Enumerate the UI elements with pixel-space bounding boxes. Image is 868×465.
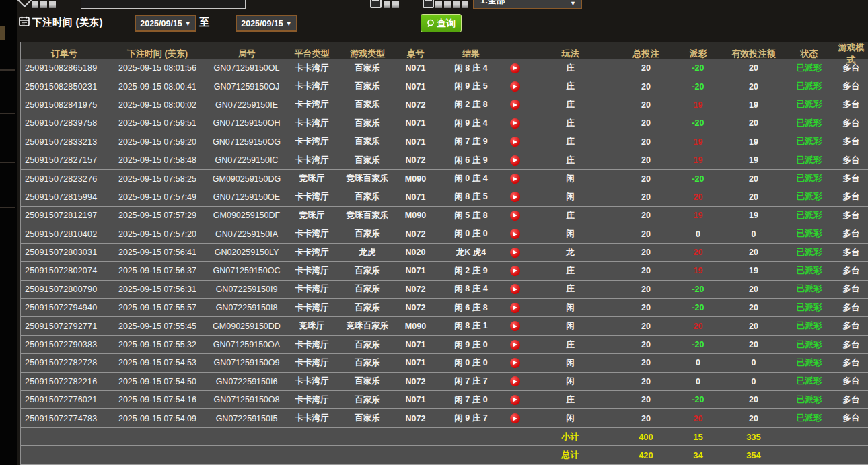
search-icon xyxy=(427,19,435,28)
cell-platform: 卡卡湾厅 xyxy=(286,228,338,240)
cell-play-type: 闲 xyxy=(521,357,619,369)
cell-replay xyxy=(508,155,521,166)
cell-total-bet: 20 xyxy=(619,63,673,73)
cell-valid-bet: 19 xyxy=(723,137,784,147)
cell-game-type: 百家乐 xyxy=(338,136,397,147)
play-icon[interactable] xyxy=(510,137,520,147)
play-icon[interactable] xyxy=(510,303,520,313)
cell-play-type: 庄 xyxy=(521,283,619,295)
play-icon[interactable] xyxy=(510,358,520,368)
play-icon[interactable] xyxy=(510,248,520,258)
cell-game-mode: 多台 xyxy=(834,63,868,74)
cell-game-mode: 多台 xyxy=(834,357,868,369)
cell-platform: 卡卡湾厅 xyxy=(286,265,338,277)
play-icon[interactable] xyxy=(510,211,520,221)
cell-game-type: 百家乐 xyxy=(338,81,397,92)
play-icon[interactable] xyxy=(510,229,520,239)
cell-total-bet: 20 xyxy=(619,137,673,147)
cell-status: 已派彩 xyxy=(784,155,834,166)
records-table-body: 2509150828651892025-09-15 08:01:56GN0712… xyxy=(21,59,868,465)
cell-round-no: GM090259150DD xyxy=(207,322,286,331)
play-icon[interactable] xyxy=(510,174,520,184)
cell-play-type: 闲 xyxy=(521,191,619,203)
chevron-down-icon: ▼ xyxy=(185,20,191,27)
cell-platform: 卡卡湾厅 xyxy=(286,339,338,351)
cell-bet-time: 2025-09-15 07:55:57 xyxy=(108,303,207,312)
cell-table-no: N072 xyxy=(397,414,434,423)
cell-total-bet: 20 xyxy=(619,100,673,110)
cell-game-mode: 多台 xyxy=(834,283,868,295)
cell-total-bet: 20 xyxy=(619,155,673,165)
cell-platform: 卡卡湾厅 xyxy=(286,63,338,74)
bet-time-filter-row: 下注时间 (美东) 2025/09/15 ▼ 至 2025/09/15 ▼ 查询 xyxy=(17,11,868,38)
cell-replay xyxy=(508,192,521,202)
cell-game-type: 百家乐 xyxy=(338,357,397,369)
cell-bet-time: 2025-09-15 07:57:20 xyxy=(108,229,207,239)
cell-game-type: 百家乐 xyxy=(338,283,397,295)
cell-bet-time: 2025-09-15 07:54:50 xyxy=(108,377,207,386)
table-row: 2509150828419752025-09-15 08:00:02GN0722… xyxy=(21,96,868,114)
date-to-select[interactable]: 2025/09/15 ▼ xyxy=(236,15,297,32)
cell-valid-bet: 19 xyxy=(723,266,784,275)
cell-valid-bet: 20 xyxy=(723,192,784,202)
cell-payout: 0 xyxy=(673,358,723,367)
cell-order-no: 250915082850231 xyxy=(21,82,108,92)
cell-play-type: 闲 xyxy=(521,228,619,240)
totals-total-bet: 400 xyxy=(619,432,673,442)
cell-play-type: 庄 xyxy=(521,63,619,74)
date-from-select[interactable]: 2025/09/15 ▼ xyxy=(135,15,196,32)
play-icon[interactable] xyxy=(510,340,520,350)
total-row: 总计42034354 xyxy=(21,446,868,464)
table-row: 2509150727949402025-09-15 07:55:57GN0722… xyxy=(21,299,868,317)
cell-bet-time: 2025-09-15 07:54:16 xyxy=(108,395,207,404)
cell-table-no: N071 xyxy=(397,192,434,202)
bet-time-label: 下注时间 (美东) xyxy=(32,16,103,29)
play-icon[interactable] xyxy=(510,284,520,294)
cell-round-no: GN071259150OE xyxy=(207,192,286,202)
cell-order-no: 250915072802074 xyxy=(21,266,108,275)
cell-platform: 卡卡湾厅 xyxy=(286,118,338,129)
cell-order-no: 250915082841975 xyxy=(21,100,108,110)
play-icon[interactable] xyxy=(510,321,520,331)
cell-platform: 卡卡湾厅 xyxy=(286,81,338,92)
play-icon[interactable] xyxy=(510,413,520,423)
play-icon[interactable] xyxy=(510,376,520,386)
play-icon[interactable] xyxy=(510,266,520,276)
cell-payout: 19 xyxy=(673,137,723,147)
play-icon[interactable] xyxy=(510,192,520,202)
cell-platform: 竞咪厅 xyxy=(286,173,338,184)
cell-game-type: 百家乐 xyxy=(338,339,397,351)
cell-bet-time: 2025-09-15 07:59:51 xyxy=(108,118,207,128)
cell-total-bet: 20 xyxy=(619,303,673,312)
play-icon[interactable] xyxy=(510,81,520,92)
cell-play-type: 庄 xyxy=(521,155,619,166)
cell-status: 已派彩 xyxy=(784,283,834,295)
header-cell: 订单号 xyxy=(21,48,108,60)
query-button[interactable]: 查询 xyxy=(421,14,462,32)
cell-table-no: N071 xyxy=(397,63,434,73)
cell-order-no: 250915072823276 xyxy=(21,174,108,184)
cell-order-no: 250915072839758 xyxy=(21,118,108,128)
platform-type-select[interactable]: 1.全部 ▼ xyxy=(473,0,582,9)
play-icon[interactable] xyxy=(510,63,520,73)
play-icon[interactable] xyxy=(510,155,520,166)
cell-payout: 19 xyxy=(673,266,723,275)
cell-round-no: GN072259150I8 xyxy=(207,303,286,312)
cell-total-bet: 20 xyxy=(619,285,673,294)
cell-round-no: GN071259150OA xyxy=(207,340,286,349)
filter-input-1[interactable] xyxy=(81,0,246,9)
date-from-value: 2025/09/15 xyxy=(140,19,182,28)
cell-table-no: N020 xyxy=(397,248,434,257)
play-icon[interactable] xyxy=(510,118,520,129)
cell-order-no: 250915072815994 xyxy=(21,192,108,202)
cell-game-mode: 多台 xyxy=(834,320,868,332)
strip-divider xyxy=(0,162,15,163)
cell-game-type: 百家乐 xyxy=(338,99,397,110)
play-icon[interactable] xyxy=(510,100,520,110)
cell-status: 已派彩 xyxy=(784,118,834,129)
cell-game-mode: 多台 xyxy=(834,118,868,129)
cell-valid-bet: 20 xyxy=(723,340,784,349)
cell-total-bet: 20 xyxy=(619,82,673,92)
play-icon[interactable] xyxy=(510,395,520,405)
cell-order-no: 250915072810402 xyxy=(21,229,108,239)
